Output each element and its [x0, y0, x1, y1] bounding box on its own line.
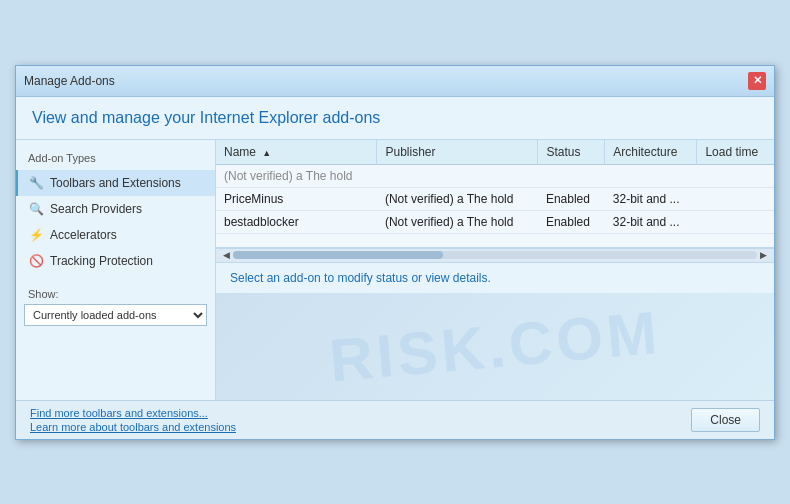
- sidebar-item-search-label: Search Providers: [50, 202, 142, 216]
- tracking-icon: 🚫: [28, 253, 44, 269]
- sidebar-item-tracking-label: Tracking Protection: [50, 254, 153, 268]
- status-bar: Select an add-on to modify status or vie…: [216, 262, 774, 293]
- show-label: Show:: [16, 274, 215, 304]
- sidebar-item-toolbars-label: Toolbars and Extensions: [50, 176, 181, 190]
- sidebar-item-search[interactable]: 🔍 Search Providers: [16, 196, 215, 222]
- close-button[interactable]: Close: [691, 408, 760, 432]
- window-title: Manage Add-ons: [24, 74, 115, 88]
- scroll-right-btn[interactable]: ▶: [757, 250, 770, 260]
- footer-bar: Find more toolbars and extensions... Lea…: [16, 400, 774, 439]
- table-row[interactable]: (Not verified) a The hold: [216, 164, 774, 187]
- table-row[interactable]: PriceMinus (Not verified) a The hold Ena…: [216, 187, 774, 210]
- accelerators-icon: ⚡: [28, 227, 44, 243]
- row2-status: Enabled: [538, 210, 605, 233]
- toolbars-icon: 🔧: [28, 175, 44, 191]
- horizontal-scrollbar[interactable]: ◀ ▶: [216, 248, 774, 262]
- addons-table: Name ▲ Publisher Status Architecture: [216, 140, 774, 234]
- row2-architecture: 32-bit and ...: [605, 210, 697, 233]
- col-architecture[interactable]: Architecture: [605, 140, 697, 165]
- row0-architecture: [605, 164, 697, 187]
- sidebar-item-tracking[interactable]: 🚫 Tracking Protection: [16, 248, 215, 274]
- row1-name: PriceMinus: [216, 187, 377, 210]
- main-panel: Name ▲ Publisher Status Architecture: [216, 140, 774, 400]
- header-bar: View and manage your Internet Explorer a…: [16, 97, 774, 140]
- row1-loadtime: [697, 187, 774, 210]
- col-publisher[interactable]: Publisher: [377, 140, 538, 165]
- addon-types-label: Add-on Types: [16, 148, 215, 170]
- row2-publisher: (Not verified) a The hold: [377, 210, 538, 233]
- col-loadtime[interactable]: Load time: [697, 140, 774, 165]
- scroll-left-btn[interactable]: ◀: [220, 250, 233, 260]
- scrollbar-thumb[interactable]: [233, 251, 443, 259]
- status-text: Select an add-on to modify status or vie…: [230, 271, 491, 285]
- table-body: (Not verified) a The hold PriceMinus (No…: [216, 164, 774, 233]
- find-toolbars-link[interactable]: Find more toolbars and extensions...: [30, 407, 236, 419]
- search-icon: 🔍: [28, 201, 44, 217]
- row1-status: Enabled: [538, 187, 605, 210]
- row0-publisher: [377, 164, 538, 187]
- table-container: Name ▲ Publisher Status Architecture: [216, 140, 774, 248]
- row1-publisher: (Not verified) a The hold: [377, 187, 538, 210]
- table-header: Name ▲ Publisher Status Architecture: [216, 140, 774, 165]
- sidebar-item-accelerators[interactable]: ⚡ Accelerators: [16, 222, 215, 248]
- col-name[interactable]: Name ▲: [216, 140, 377, 165]
- content-area: Add-on Types 🔧 Toolbars and Extensions 🔍…: [16, 140, 774, 400]
- footer-links: Find more toolbars and extensions... Lea…: [30, 407, 236, 433]
- row0-loadtime: [697, 164, 774, 187]
- row2-loadtime: [697, 210, 774, 233]
- dropdown-area: Currently loaded add-ons All add-ons Run…: [16, 304, 215, 326]
- col-status[interactable]: Status: [538, 140, 605, 165]
- manage-addons-window: Manage Add-ons ✕ View and manage your In…: [15, 65, 775, 440]
- title-bar: Manage Add-ons ✕: [16, 66, 774, 97]
- watermark-area: RISK.COM: [216, 293, 774, 400]
- sidebar: Add-on Types 🔧 Toolbars and Extensions 🔍…: [16, 140, 216, 400]
- row0-status: [538, 164, 605, 187]
- scrollbar-track: [233, 251, 757, 259]
- window-close-button[interactable]: ✕: [748, 72, 766, 90]
- watermark-text: RISK.COM: [327, 297, 664, 395]
- row1-architecture: 32-bit and ...: [605, 187, 697, 210]
- header-subtitle: View and manage your Internet Explorer a…: [32, 109, 758, 127]
- table-row[interactable]: bestadblocker (Not verified) a The hold …: [216, 210, 774, 233]
- addon-filter-dropdown[interactable]: Currently loaded add-ons All add-ons Run…: [24, 304, 207, 326]
- sidebar-item-accelerators-label: Accelerators: [50, 228, 117, 242]
- sidebar-item-toolbars[interactable]: 🔧 Toolbars and Extensions: [16, 170, 215, 196]
- sort-arrow: ▲: [262, 148, 271, 158]
- row2-name: bestadblocker: [216, 210, 377, 233]
- learn-more-link[interactable]: Learn more about toolbars and extensions: [30, 421, 236, 433]
- row0-name: (Not verified) a The hold: [216, 164, 377, 187]
